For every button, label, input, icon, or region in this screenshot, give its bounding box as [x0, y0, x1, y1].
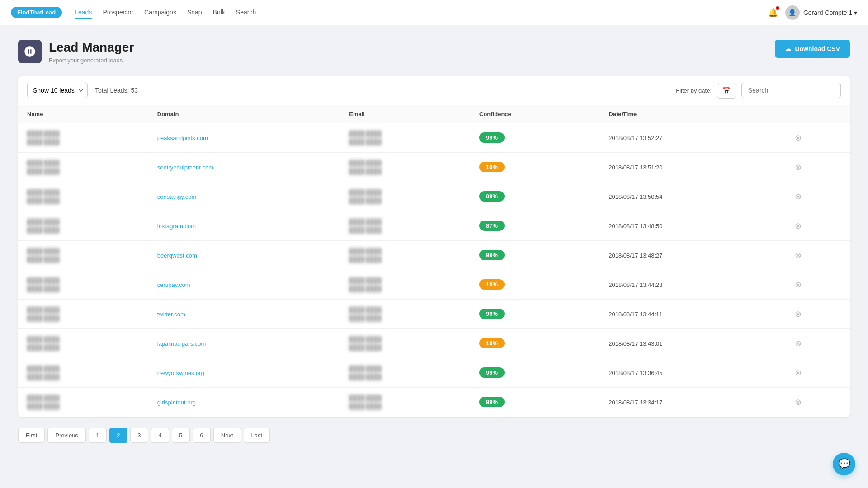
- domain-link[interactable]: certipay.com: [157, 282, 190, 288]
- confidence-badge: 10%: [479, 162, 505, 172]
- page-4-button[interactable]: 4: [151, 428, 169, 443]
- datetime-text: 2018/08/17 13:44:11: [609, 311, 662, 318]
- nav-link-leads[interactable]: Leads: [75, 7, 92, 19]
- page-title: Lead Manager: [49, 40, 134, 55]
- delete-row-button[interactable]: ⊗: [795, 310, 802, 318]
- cell-datetime: 2018/08/17 13:36:45: [599, 358, 786, 387]
- confidence-badge: 99%: [479, 132, 505, 143]
- nav-link-bulk[interactable]: Bulk: [213, 7, 225, 19]
- domain-link[interactable]: newyorkwines.org: [157, 370, 204, 376]
- calendar-button[interactable]: 📅: [717, 83, 736, 99]
- nav-link-snap[interactable]: Snap: [187, 7, 202, 19]
- domain-link[interactable]: sentryequipment.com: [157, 164, 213, 171]
- col-email: Email: [340, 105, 470, 123]
- page-2-button[interactable]: 2: [109, 428, 127, 443]
- download-icon: ☁: [785, 45, 791, 52]
- confidence-badge: 99%: [479, 309, 505, 319]
- domain-link[interactable]: girlspintout.org: [157, 399, 196, 406]
- delete-row-button[interactable]: ⊗: [795, 339, 802, 347]
- cell-name: ████ ████ ████ ████: [18, 387, 148, 417]
- domain-link[interactable]: twitter.com: [157, 311, 185, 318]
- delete-row-button[interactable]: ⊗: [795, 251, 802, 259]
- domain-link[interactable]: constangy.com: [157, 193, 196, 200]
- cell-delete: ⊗: [786, 270, 850, 299]
- col-name: Name: [18, 105, 148, 123]
- cell-email: ████ ████ ████ ████: [340, 299, 470, 328]
- confidence-badge: 10%: [479, 279, 505, 290]
- cell-datetime: 2018/08/17 13:51:20: [599, 152, 786, 182]
- brand-logo[interactable]: FindThatLead: [11, 7, 62, 18]
- cell-confidence: 99%: [470, 123, 599, 152]
- search-input[interactable]: [741, 83, 841, 98]
- page-3-button[interactable]: 3: [130, 428, 148, 443]
- notifications-bell[interactable]: 🔔: [768, 8, 778, 18]
- cell-name: ████ ████ ████ ████: [18, 123, 148, 152]
- filter-label: Filter by date:: [676, 87, 712, 94]
- nav-links: Leads Prospector Campaigns Snap Bulk Sea…: [75, 7, 768, 19]
- table-row: ████ ████ ████ ████ lapalinacigars.com █…: [18, 328, 850, 358]
- nav-link-search[interactable]: Search: [236, 7, 256, 19]
- cell-datetime: 2018/08/17 13:44:11: [599, 299, 786, 328]
- cell-email: ████ ████ ████ ████: [340, 358, 470, 387]
- confidence-badge: 99%: [479, 250, 505, 260]
- cell-confidence: 87%: [470, 211, 599, 240]
- cell-delete: ⊗: [786, 358, 850, 387]
- prev-page-button[interactable]: Previous: [47, 428, 86, 443]
- page-1-button[interactable]: 1: [89, 428, 107, 443]
- last-page-button[interactable]: Last: [244, 428, 270, 443]
- cell-datetime: 2018/08/17 13:44:23: [599, 270, 786, 299]
- confidence-badge: 99%: [479, 191, 505, 202]
- page-6-button[interactable]: 6: [193, 428, 211, 443]
- cell-delete: ⊗: [786, 123, 850, 152]
- cell-delete: ⊗: [786, 182, 850, 211]
- cell-name: ████ ████ ████ ████: [18, 299, 148, 328]
- cell-datetime: 2018/08/17 13:43:01: [599, 328, 786, 358]
- cell-confidence: 10%: [470, 152, 599, 182]
- delete-row-button[interactable]: ⊗: [795, 192, 802, 201]
- table-row: ████ ████ ████ ████ instagram.com ████ █…: [18, 211, 850, 240]
- cell-domain: certipay.com: [148, 270, 340, 299]
- nav-link-campaigns[interactable]: Campaigns: [144, 7, 176, 19]
- datetime-text: 2018/08/17 13:52:27: [609, 135, 662, 141]
- first-page-button[interactable]: First: [18, 428, 45, 443]
- domain-link[interactable]: instagram.com: [157, 223, 196, 230]
- cell-domain: constangy.com: [148, 182, 340, 211]
- next-page-button[interactable]: Next: [213, 428, 241, 443]
- col-confidence: Confidence: [470, 105, 599, 123]
- cell-name: ████ ████ ████ ████: [18, 182, 148, 211]
- cell-delete: ⊗: [786, 240, 850, 270]
- show-leads-select[interactable]: Show 10 leads Show 25 leads Show 50 lead…: [27, 83, 88, 98]
- cell-name: ████ ████ ████ ████: [18, 270, 148, 299]
- datetime-text: 2018/08/17 13:50:54: [609, 193, 662, 200]
- domain-link[interactable]: peaksandpints.com: [157, 135, 208, 141]
- cell-domain: twitter.com: [148, 299, 340, 328]
- page-title-text: Lead Manager Export your generated leads…: [49, 40, 134, 64]
- cell-delete: ⊗: [786, 152, 850, 182]
- user-menu[interactable]: 👤 Gerard Compte 1 ▾: [785, 5, 857, 20]
- delete-row-button[interactable]: ⊗: [795, 369, 802, 377]
- cell-delete: ⊗: [786, 328, 850, 358]
- delete-row-button[interactable]: ⊗: [795, 163, 802, 171]
- delete-row-button[interactable]: ⊗: [795, 222, 802, 230]
- delete-row-button[interactable]: ⊗: [795, 398, 802, 406]
- domain-link[interactable]: lapalinacigars.com: [157, 340, 206, 347]
- datetime-text: 2018/08/17 13:48:50: [609, 223, 662, 230]
- page-header: Lead Manager Export your generated leads…: [18, 40, 850, 64]
- cell-delete: ⊗: [786, 299, 850, 328]
- delete-row-button[interactable]: ⊗: [795, 134, 802, 142]
- confidence-badge: 87%: [479, 221, 505, 231]
- delete-row-button[interactable]: ⊗: [795, 281, 802, 289]
- cell-name: ████ ████ ████ ████: [18, 328, 148, 358]
- nav-link-prospector[interactable]: Prospector: [103, 7, 133, 19]
- download-csv-button[interactable]: ☁ Download CSV: [775, 40, 850, 58]
- col-action: [786, 105, 850, 123]
- table-row: ████ ████ ████ ████ newyorkwines.org ███…: [18, 358, 850, 387]
- col-domain: Domain: [148, 105, 340, 123]
- domain-link[interactable]: beerqwest.com: [157, 252, 197, 259]
- page-subtitle: Export your generated leads.: [49, 57, 134, 64]
- cell-delete: ⊗: [786, 211, 850, 240]
- main-content: Lead Manager Export your generated leads…: [0, 25, 868, 463]
- cell-delete: ⊗: [786, 387, 850, 417]
- cell-confidence: 99%: [470, 182, 599, 211]
- page-5-button[interactable]: 5: [172, 428, 190, 443]
